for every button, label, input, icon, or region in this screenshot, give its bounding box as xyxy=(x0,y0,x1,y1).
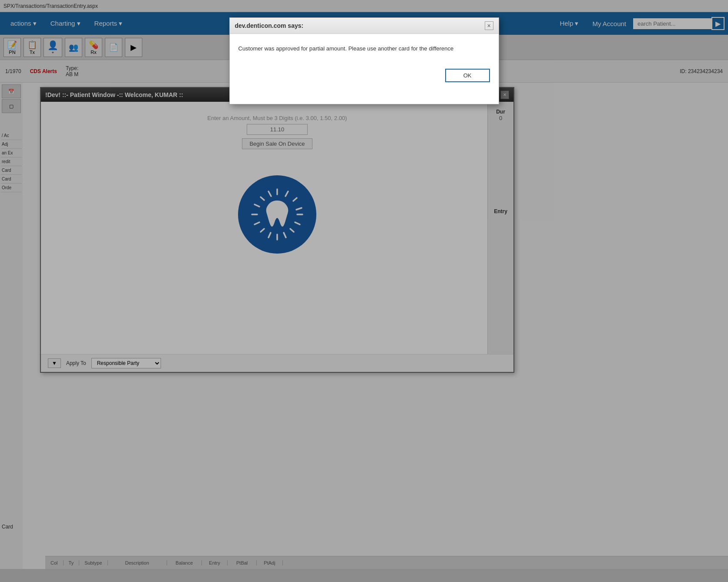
dialog-overlay: dev.denticon.com says: × Customer was ap… xyxy=(0,0,728,582)
dialog-buttons: OK xyxy=(230,69,499,91)
dialog-box: dev.denticon.com says: × Customer was ap… xyxy=(229,17,499,104)
dialog-message: Customer was approved for partial amount… xyxy=(238,44,490,53)
dialog-close-button[interactable]: × xyxy=(485,21,493,30)
dialog-body: Customer was approved for partial amount… xyxy=(230,34,499,69)
dialog-title: dev.denticon.com says: xyxy=(235,22,304,29)
dialog-title-bar: dev.denticon.com says: × xyxy=(230,18,499,34)
dialog-ok-button[interactable]: OK xyxy=(445,69,490,82)
